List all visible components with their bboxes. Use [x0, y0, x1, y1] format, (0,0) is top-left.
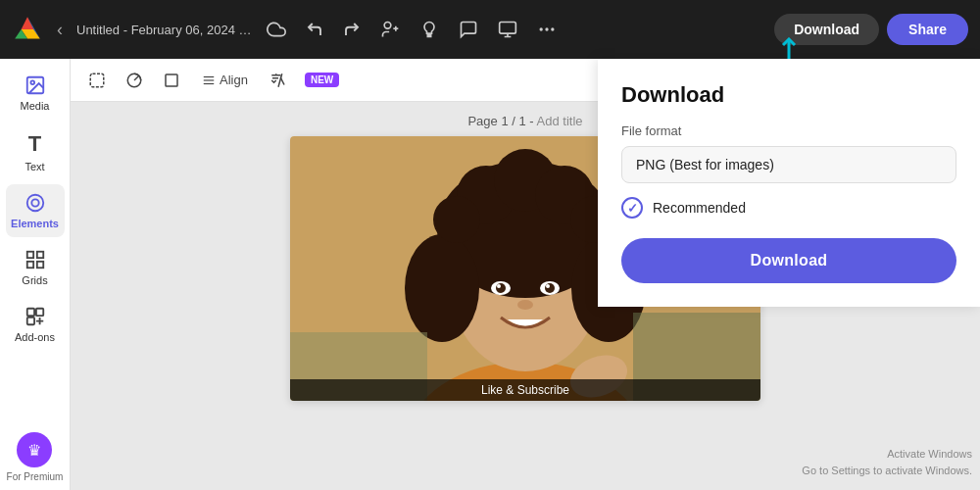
- svg-point-9: [540, 27, 543, 30]
- file-format-select[interactable]: PNG (Best for images) JPG PDF Standard P…: [621, 146, 956, 183]
- download-panel: Download File format PNG (Best for image…: [598, 59, 980, 307]
- navbar-share-button[interactable]: Share: [887, 14, 968, 45]
- svg-rect-22: [26, 318, 33, 324]
- comment-button[interactable]: [453, 14, 484, 45]
- more-dots-icon: [537, 20, 557, 39]
- svg-rect-17: [36, 252, 42, 258]
- app-logo: [12, 14, 43, 45]
- recommended-checkmark: [621, 197, 643, 219]
- toolbar-color-button[interactable]: [120, 66, 149, 95]
- svg-point-34: [405, 234, 479, 342]
- new-badge: NEW: [305, 73, 339, 87]
- svg-rect-21: [35, 309, 42, 316]
- svg-point-15: [31, 199, 38, 206]
- svg-rect-18: [26, 262, 32, 268]
- sidebar-item-media-label: Media: [21, 100, 50, 112]
- svg-rect-23: [90, 74, 104, 87]
- download-action-button[interactable]: Download: [621, 238, 956, 283]
- svg-rect-25: [166, 74, 177, 86]
- sidebar-item-media[interactable]: Media: [6, 67, 65, 120]
- toolbar-select-button[interactable]: [82, 66, 112, 95]
- svg-rect-16: [26, 252, 32, 258]
- svg-point-39: [433, 196, 480, 243]
- addons-icon: [24, 306, 46, 327]
- present-icon: [498, 20, 517, 39]
- left-sidebar: Media T Text Elements Grids: [0, 59, 71, 490]
- cloud-icon: [267, 20, 286, 39]
- add-title-text[interactable]: Add title: [537, 114, 583, 128]
- sidebar-item-elements-label: Elements: [11, 218, 59, 229]
- svg-point-5: [384, 23, 391, 29]
- color-wheel-icon: [125, 72, 143, 89]
- subscribe-bar: Like & Subscribe: [290, 379, 760, 401]
- svg-point-46: [546, 284, 550, 288]
- svg-rect-19: [36, 262, 42, 268]
- svg-rect-8: [500, 23, 516, 34]
- toolbar-translate-button[interactable]: [264, 66, 293, 95]
- comment-icon: [459, 20, 478, 39]
- grids-icon: [24, 249, 46, 270]
- activate-line1: Activate Windows: [802, 446, 972, 463]
- user-add-icon: [380, 20, 400, 39]
- svg-point-42: [496, 283, 506, 293]
- svg-point-11: [551, 27, 554, 30]
- premium-crown-icon[interactable]: ♛: [17, 432, 52, 467]
- svg-point-47: [517, 300, 533, 310]
- more-options-button[interactable]: [531, 14, 563, 45]
- svg-point-13: [30, 80, 34, 84]
- redo-button[interactable]: [337, 15, 367, 44]
- activate-windows-notice: Activate Windows Go to Settings to activ…: [802, 446, 972, 478]
- svg-point-43: [497, 284, 501, 288]
- svg-marker-1: [22, 17, 34, 29]
- crop-icon: [163, 72, 180, 89]
- sidebar-item-grids-label: Grids: [22, 274, 47, 286]
- svg-point-45: [545, 283, 555, 293]
- sidebar-item-elements[interactable]: Elements: [6, 184, 65, 237]
- svg-rect-20: [26, 309, 33, 316]
- translate-icon: [270, 72, 287, 89]
- undo-button[interactable]: [300, 15, 329, 44]
- page-number: Page 1 / 1: [467, 114, 525, 128]
- recommended-text: Recommended: [653, 200, 746, 216]
- sidebar-premium: ♛ For Premium: [7, 432, 64, 482]
- media-icon: [24, 74, 46, 96]
- lightbulb-icon: [419, 20, 439, 39]
- align-icon: [202, 74, 216, 87]
- sidebar-item-addons-label: Add-ons: [15, 331, 55, 343]
- navbar: ‹ Untitled - February 06, 2024 at ...: [0, 0, 980, 59]
- toolbar-crop-button[interactable]: [157, 66, 186, 95]
- subscribe-text: Like & Subscribe: [481, 383, 569, 397]
- align-label: Align: [220, 73, 248, 87]
- svg-point-10: [545, 27, 548, 30]
- sidebar-premium-label: For Premium: [7, 471, 64, 482]
- sidebar-item-grids[interactable]: Grids: [6, 241, 65, 294]
- text-icon: T: [28, 131, 41, 157]
- undo-icon: [306, 21, 323, 38]
- recommended-row: Recommended: [621, 197, 956, 219]
- elements-icon: [24, 192, 46, 214]
- panel-arrow-icon: [779, 37, 799, 61]
- toolbar-align-button[interactable]: Align: [194, 69, 256, 91]
- back-button[interactable]: ‹: [51, 16, 69, 44]
- sidebar-item-addons[interactable]: Add-ons: [6, 298, 65, 351]
- document-title: Untitled - February 06, 2024 at ...: [76, 23, 253, 37]
- page-separator: -: [529, 114, 536, 128]
- present-button[interactable]: [492, 14, 523, 45]
- svg-point-14: [26, 195, 43, 212]
- sidebar-item-text-label: Text: [24, 161, 44, 172]
- lightbulb-button[interactable]: [414, 14, 445, 45]
- file-format-label: File format: [621, 123, 956, 138]
- activate-line2: Go to Settings to activate Windows.: [802, 463, 972, 479]
- redo-icon: [343, 21, 361, 38]
- select-icon: [88, 72, 106, 89]
- cloud-sync-button[interactable]: [261, 14, 292, 45]
- download-panel-title: Download: [621, 82, 956, 108]
- sidebar-item-text[interactable]: T Text: [6, 123, 65, 180]
- add-user-button[interactable]: [374, 14, 406, 45]
